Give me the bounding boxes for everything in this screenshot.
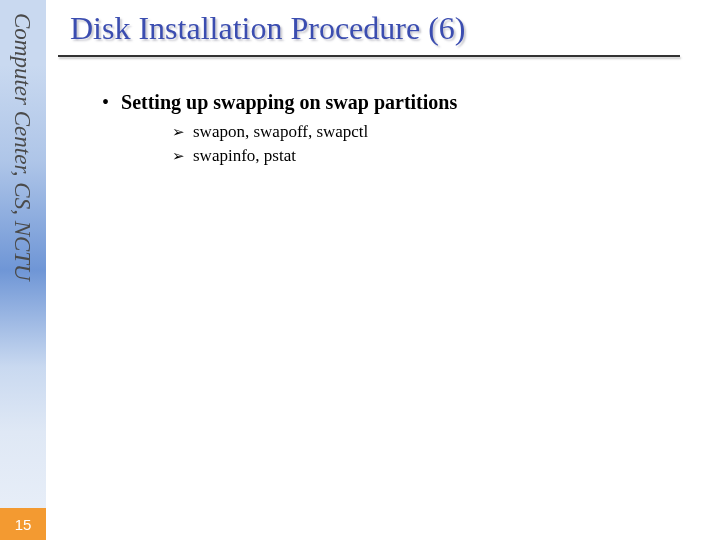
arrow-icon: ➢ [172,123,185,141]
sidebar-org-label: Computer Center, CS, NCTU [9,13,35,353]
arrow-icon: ➢ [172,147,185,165]
page-number-badge: 15 [0,508,46,540]
bullet-text: Setting up swapping on swap partitions [121,91,457,114]
bullet-icon: • [102,92,109,112]
content-area: Disk Installation Procedure (6) • Settin… [64,0,720,170]
slide-title: Disk Installation Procedure (6) [70,10,720,47]
sub-bullet-item: ➢ swapon, swapoff, swapctl [172,122,720,142]
sub-bullet-item: ➢ swapinfo, pstat [172,146,720,166]
bullet-item: • Setting up swapping on swap partitions [102,91,720,114]
sub-bullet-text: swapon, swapoff, swapctl [193,122,368,142]
sidebar: Computer Center, CS, NCTU 15 [0,0,46,540]
title-divider [58,55,680,57]
sub-bullet-text: swapinfo, pstat [193,146,296,166]
